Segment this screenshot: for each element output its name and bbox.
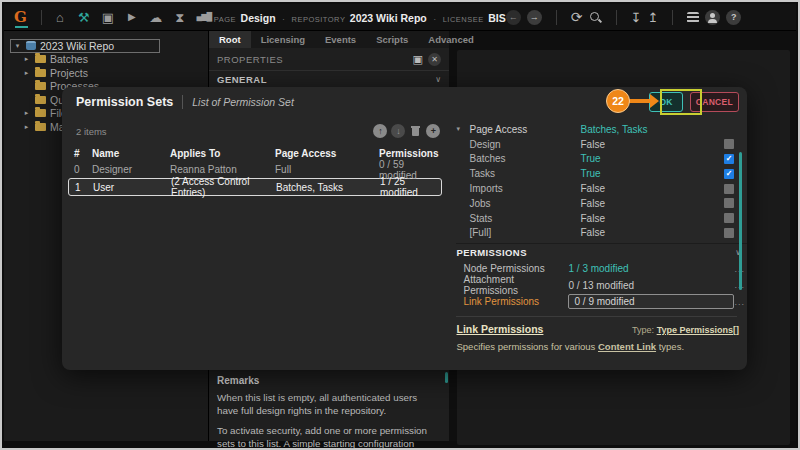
type-label: Type:: [632, 325, 654, 335]
page-access-group-row[interactable]: ▾ Page Access Batches, Tasks: [456, 122, 747, 137]
tab-licensing[interactable]: Licensing: [251, 31, 315, 48]
page-value[interactable]: Design: [241, 12, 276, 24]
close-icon[interactable]: ✕: [428, 53, 441, 66]
move-down-icon[interactable]: ↓: [391, 124, 405, 138]
page-access-row-jobs[interactable]: Jobs False: [456, 196, 747, 211]
col-header-page-access[interactable]: Page Access: [275, 148, 379, 159]
ellipsis-button[interactable]: ...: [734, 297, 745, 307]
col-header-name[interactable]: Name: [92, 148, 170, 159]
page-access-row-design[interactable]: Design False: [456, 137, 747, 152]
media-icon[interactable]: ▶: [122, 12, 142, 22]
row-value: False: [580, 183, 724, 194]
add-icon[interactable]: +: [426, 124, 440, 138]
checkbox-checked[interactable]: ✓: [724, 154, 734, 164]
bar-chart-icon[interactable]: ▄▆█: [194, 13, 214, 21]
forward-icon[interactable]: →: [527, 10, 542, 25]
col-header-permissions[interactable]: Permissions: [379, 148, 442, 159]
search-icon[interactable]: [589, 11, 602, 24]
divider: [672, 10, 673, 25]
checkbox-unchecked[interactable]: [724, 198, 734, 208]
help-text: Specifies permissions for various: [456, 341, 598, 352]
home-icon[interactable]: ⌂: [50, 11, 70, 24]
page-access-row-batches[interactable]: Batches True ✓: [456, 152, 747, 167]
permissions-section-header[interactable]: PERMISSIONS ∨: [456, 243, 747, 260]
checkbox-unchecked[interactable]: [724, 184, 734, 194]
dialog-body: 2 items ↑ ↓ + # Name Applies To Page Acc…: [62, 117, 747, 370]
help-title-link[interactable]: Link Permissions: [456, 323, 543, 335]
licensee-value[interactable]: BIS: [488, 12, 506, 24]
general-section-header[interactable]: GENERAL ∨: [209, 70, 449, 88]
tree-root-2023-wiki-repo[interactable]: ▾ 2023 Wiki Repo: [10, 39, 160, 53]
annotation-highlight-box: [660, 89, 702, 115]
page-access-row-imports[interactable]: Imports False: [456, 181, 747, 196]
checkbox-unchecked[interactable]: [724, 228, 734, 238]
folder-icon: [35, 55, 46, 63]
tree-open-icon[interactable]: ▾: [456, 125, 469, 133]
cloud-upload-icon[interactable]: ☁: [146, 11, 166, 24]
help-header: Link Permissions Type: Type Permissions[…: [456, 323, 747, 335]
tree-closed-icon[interactable]: ▸: [22, 109, 31, 117]
row-label: Tasks: [456, 168, 580, 179]
folder-icon: [35, 109, 46, 117]
type-permissions-link[interactable]: Type Permissions[]: [657, 325, 739, 335]
annotation-step-badge: 22: [606, 89, 630, 113]
link-permissions-row[interactable]: Link Permissions 0 / 9 modified ...: [456, 293, 747, 310]
permission-set-list-pane: 2 items ↑ ↓ + # Name Applies To Page Acc…: [62, 117, 448, 370]
breadcrumb-dot: ·: [433, 14, 436, 24]
cell-name: Designer: [92, 164, 170, 175]
row-label: Stats: [456, 213, 580, 224]
app-logo[interactable]: G: [12, 10, 33, 25]
repository-value[interactable]: 2023 Wiki Repo: [350, 12, 427, 24]
archive-icon[interactable]: ▣: [98, 11, 118, 24]
table-row-selected[interactable]: 1 User (2 Access Control Entries) Batche…: [68, 178, 442, 196]
help-icon[interactable]: ?: [726, 10, 741, 25]
row-value: False: [580, 213, 724, 224]
folder-icon: [35, 123, 46, 131]
divider: [456, 316, 737, 317]
content-link-link[interactable]: Content Link: [598, 341, 656, 352]
save-icon[interactable]: ▣: [413, 53, 423, 66]
panel-scrollbar[interactable]: [445, 372, 448, 383]
chevron-down-icon[interactable]: ∨: [435, 75, 441, 84]
pane-scrollbar[interactable]: [739, 152, 742, 290]
row-label: Jobs: [456, 198, 580, 209]
page-access-row-stats[interactable]: Stats False: [456, 211, 747, 226]
tab-scripts[interactable]: Scripts: [366, 31, 418, 48]
user-account-icon[interactable]: [705, 10, 720, 25]
tree-item-batches[interactable]: ▸ Batches: [22, 53, 208, 67]
col-header-num[interactable]: #: [74, 148, 92, 159]
tree-open-icon[interactable]: ▾: [13, 42, 22, 50]
checkbox-unchecked[interactable]: [724, 139, 734, 149]
dialog-title: Permission Sets: [76, 95, 173, 109]
topbar-actions: ← → ⟳ ↧ ↥ ?: [506, 10, 742, 25]
upload-icon[interactable]: ↥: [647, 11, 658, 24]
tab-events[interactable]: Events: [315, 31, 366, 48]
attachment-permissions-row[interactable]: Attachment Permissions 0 / 13 modified .…: [456, 277, 747, 294]
col-header-applies-to[interactable]: Applies To: [170, 148, 275, 159]
page-access-row-tasks[interactable]: Tasks True ✓: [456, 166, 747, 181]
back-icon[interactable]: ←: [506, 10, 521, 25]
page-access-row-full[interactable]: [Full] False: [456, 226, 747, 241]
row-value-field[interactable]: 0 / 9 modified: [568, 294, 734, 309]
permissions-title: PERMISSIONS: [456, 247, 526, 258]
move-up-icon[interactable]: ↑: [373, 124, 387, 138]
tools-icon[interactable]: ⚒: [74, 11, 94, 24]
database-icon[interactable]: [687, 12, 699, 23]
breadcrumb-dot: ·: [282, 14, 285, 24]
cell-page-access: Full: [275, 164, 379, 175]
tree-item-projects[interactable]: ▸ Projects: [22, 66, 208, 80]
tree-closed-icon[interactable]: ▸: [22, 69, 31, 77]
tab-advanced[interactable]: Advanced: [418, 31, 483, 48]
tree-closed-icon[interactable]: ▸: [22, 55, 31, 63]
download-icon[interactable]: ↧: [631, 11, 642, 24]
checkbox-checked[interactable]: ✓: [724, 169, 734, 179]
row-value: True: [580, 168, 724, 179]
tree-closed-icon[interactable]: ▸: [22, 123, 31, 131]
checkbox-unchecked[interactable]: [724, 213, 734, 223]
permission-sets-table: # Name Applies To Page Access Permission…: [68, 145, 442, 196]
refresh-icon[interactable]: ⟳: [571, 10, 583, 24]
delete-icon[interactable]: [411, 126, 420, 136]
jobs-bag-icon[interactable]: ⧗: [170, 11, 190, 24]
tab-root[interactable]: Root: [209, 31, 251, 48]
properties-title: PROPERTIES: [217, 54, 283, 65]
